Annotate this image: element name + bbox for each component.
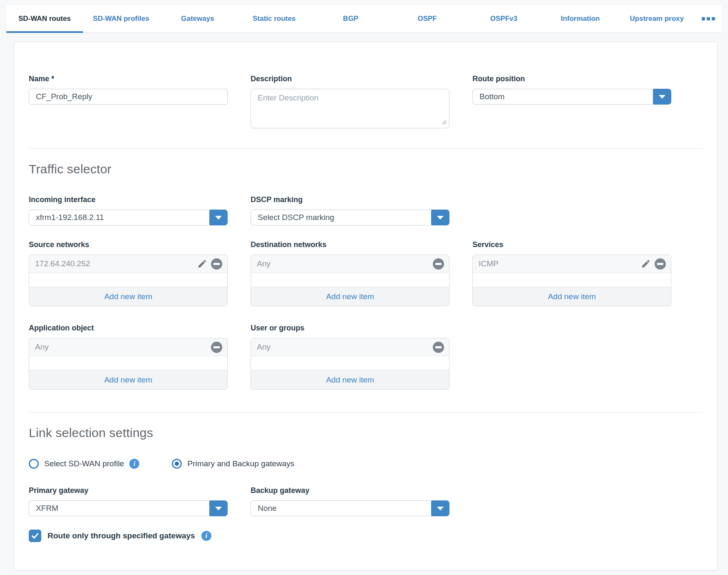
dropdown-button[interactable]: [431, 500, 449, 516]
ellipsis-icon: [712, 17, 715, 20]
route-position-field-group: Route position Bottom: [472, 75, 671, 105]
add-new-item-button[interactable]: Add new item: [29, 370, 227, 389]
tab-bar: SD-WAN routes SD-WAN profiles Gateways S…: [6, 4, 722, 33]
edit-icon[interactable]: [197, 258, 208, 269]
user-or-groups-field-group: User or groups Any Add new item: [251, 324, 449, 390]
name-input[interactable]: [29, 89, 228, 105]
list-spacer: [29, 356, 227, 370]
link-selection-title: Link selection settings: [29, 426, 703, 440]
list-spacer: [473, 273, 671, 287]
services-field-group: Services ICMP Add new item: [472, 240, 671, 306]
sdwan-profile-radio-option: Select SD-WAN profile i: [29, 459, 139, 469]
tab-bgp[interactable]: BGP: [312, 5, 389, 32]
backup-gateway-label: Backup gateway: [251, 486, 449, 495]
sdwan-profile-radio-label: Select SD-WAN profile: [44, 459, 124, 468]
incoming-interface-field-group: Incoming interface xfrm1-192.168.2.11: [29, 195, 228, 225]
description-textarea[interactable]: [251, 89, 449, 128]
radio-selected-icon[interactable]: [172, 459, 182, 469]
description-label: Description: [251, 75, 449, 83]
services-label: Services: [472, 240, 671, 249]
dscp-marking-label: DSCP marking: [251, 195, 449, 204]
list-item: Any: [29, 338, 227, 356]
ellipsis-icon: [707, 17, 710, 20]
list-item-text: ICMP: [479, 259, 637, 268]
chevron-down-icon: [437, 507, 444, 510]
primary-gateway-select[interactable]: XFRM: [29, 500, 228, 516]
destination-networks-list: Any Add new item: [251, 255, 449, 306]
backup-gateway-value: None: [258, 504, 276, 513]
tab-upstream-proxy[interactable]: Upstream proxy: [619, 5, 695, 32]
info-icon[interactable]: i: [201, 531, 211, 541]
source-networks-list: 172.64.240.252 Add new item: [29, 255, 228, 306]
description-field-group: Description: [251, 75, 449, 130]
destination-networks-field-group: Destination networks Any Add new item: [251, 240, 449, 306]
primary-gateway-value: XFRM: [36, 504, 58, 513]
primary-backup-radio-option: Primary and Backup gateways: [172, 459, 294, 469]
application-object-list: Any Add new item: [29, 338, 228, 390]
list-spacer: [29, 273, 227, 287]
chevron-down-icon: [215, 216, 222, 220]
tab-ospfv3[interactable]: OSPFv3: [465, 5, 542, 32]
incoming-interface-label: Incoming interface: [29, 195, 228, 204]
remove-icon[interactable]: [211, 342, 222, 353]
dropdown-button[interactable]: [209, 210, 228, 225]
backup-gateway-select[interactable]: None: [251, 500, 449, 516]
dropdown-button[interactable]: [653, 89, 671, 105]
tab-ospf[interactable]: OSPF: [389, 5, 466, 32]
list-item: ICMP: [473, 255, 671, 273]
add-new-item-button[interactable]: Add new item: [251, 370, 449, 389]
route-only-checkbox[interactable]: [29, 530, 41, 542]
chevron-down-icon: [215, 507, 222, 510]
tab-sdwan-profiles[interactable]: SD-WAN profiles: [83, 5, 160, 32]
add-new-item-button[interactable]: Add new item: [29, 287, 227, 306]
name-label: Name *: [29, 75, 228, 83]
services-list: ICMP Add new item: [472, 255, 671, 306]
route-position-label: Route position: [472, 75, 671, 83]
dropdown-button[interactable]: [431, 210, 449, 225]
dscp-marking-field-group: DSCP marking Select DSCP marking: [251, 195, 449, 225]
list-spacer: [251, 273, 449, 287]
route-edit-panel: Name * Description Route position Bottom: [14, 42, 718, 570]
tab-sdwan-routes[interactable]: SD-WAN routes: [6, 5, 83, 32]
edit-icon[interactable]: [640, 258, 651, 269]
dropdown-button[interactable]: [209, 500, 228, 516]
list-item: Any: [251, 338, 449, 356]
primary-backup-radio-label: Primary and Backup gateways: [187, 459, 294, 468]
remove-icon[interactable]: [211, 258, 222, 270]
tab-gateways[interactable]: Gateways: [159, 5, 236, 32]
application-object-label: Application object: [29, 324, 228, 332]
list-item-text: Any: [257, 259, 429, 268]
list-item: Any: [251, 255, 449, 273]
destination-networks-label: Destination networks: [251, 240, 449, 249]
list-item: 172.64.240.252: [29, 255, 227, 273]
route-only-label: Route only through specified gateways: [48, 531, 195, 540]
add-new-item-button[interactable]: Add new item: [473, 287, 671, 306]
checkmark-icon: [30, 531, 40, 540]
source-networks-field-group: Source networks 172.64.240.252 Add new i…: [29, 240, 228, 306]
add-new-item-button[interactable]: Add new item: [251, 287, 449, 306]
section-divider: [29, 148, 703, 149]
remove-icon[interactable]: [655, 258, 666, 270]
ellipsis-icon: [702, 17, 705, 20]
chevron-down-icon: [437, 216, 444, 220]
backup-gateway-field-group: Backup gateway None: [251, 486, 449, 516]
name-field-group: Name *: [29, 75, 228, 105]
route-position-value: Bottom: [479, 92, 505, 101]
route-position-select[interactable]: Bottom: [472, 89, 671, 105]
user-or-groups-list: Any Add new item: [251, 338, 449, 390]
list-item-text: Any: [257, 342, 429, 352]
remove-icon[interactable]: [433, 258, 444, 270]
tab-information[interactable]: Information: [542, 5, 619, 32]
section-divider: [29, 412, 703, 412]
incoming-interface-select[interactable]: xfrm1-192.168.2.11: [29, 210, 228, 225]
more-tabs-button[interactable]: [695, 5, 722, 32]
remove-icon[interactable]: [433, 342, 444, 353]
source-networks-label: Source networks: [29, 240, 228, 249]
chevron-down-icon: [659, 95, 665, 99]
dscp-marking-select[interactable]: Select DSCP marking: [251, 210, 449, 225]
application-object-field-group: Application object Any Add new item: [29, 324, 228, 390]
info-icon[interactable]: i: [129, 459, 139, 469]
tab-static-routes[interactable]: Static routes: [236, 5, 313, 32]
radio-unselected-icon[interactable]: [29, 459, 39, 469]
dscp-marking-value: Select DSCP marking: [258, 213, 334, 222]
